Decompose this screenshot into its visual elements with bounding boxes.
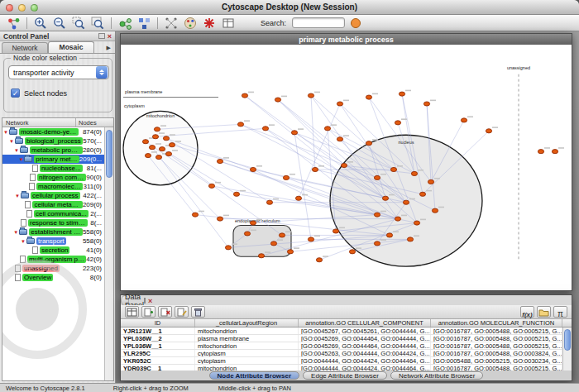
expander-icon[interactable]: ▼	[20, 239, 26, 244]
graph-node[interactable]	[414, 221, 419, 225]
tree-item-secretion[interactable]: secretion41(0)	[2, 246, 104, 255]
table-cell[interactable]: cytoplasm	[195, 350, 299, 356]
graph-edge[interactable]	[278, 100, 344, 165]
zoom-out-icon[interactable]	[51, 16, 68, 31]
expander-icon[interactable]: ▼	[14, 194, 21, 198]
pi-icon[interactable]: π	[553, 306, 567, 318]
graph-node[interactable]	[312, 167, 318, 171]
tab-network[interactable]: Network	[2, 42, 48, 53]
tree-scrollbar-thumb[interactable]	[106, 130, 112, 178]
select-attributes-icon[interactable]	[125, 306, 139, 318]
table-cell[interactable]: [GO:0016787, GO:0005488, GO:0005215, G..…	[431, 327, 562, 334]
delete-table-icon[interactable]	[191, 306, 205, 318]
tree-item-cellular-process[interactable]: ▼cellular process422(...	[2, 191, 104, 200]
graph-node[interactable]	[333, 229, 338, 233]
graph-node[interactable]	[291, 131, 297, 135]
graph-node[interactable]	[163, 136, 169, 141]
expander-icon[interactable]: ▼	[12, 230, 19, 235]
graph-node[interactable]	[316, 258, 322, 262]
table-cell[interactable]: [GO:0044444, GO:0044424, GO:0044464, G..…	[299, 357, 431, 364]
tree-item-nucleobase[interactable]: nucleobase...81(...	[2, 164, 104, 173]
graph-node[interactable]	[250, 167, 256, 171]
graph-node[interactable]	[324, 127, 330, 131]
table-cell[interactable]: [GO:0016787, GO:0005488, GO:0003824, G..…	[431, 350, 562, 356]
tab-mosaic[interactable]: Mosaic	[48, 41, 94, 53]
graph-node[interactable]	[390, 167, 396, 171]
table-column-annotation-go-cellular-component[interactable]: annotation.GO CELLULAR_COMPONENT	[299, 319, 431, 327]
table-cell[interactable]: [GO:0016787, GO:0005488, GO:0005215, G..…	[431, 342, 562, 349]
tree-item-mosaic-demo-yeast[interactable]: ▼mosaic-demo-yeast874(0)	[2, 127, 104, 136]
tree-item-response-to-stimul[interactable]: response to stimul...8(...	[2, 218, 104, 227]
graph-node[interactable]	[233, 192, 239, 196]
graph-node[interactable]	[287, 250, 293, 254]
tree-item-metabolic-process[interactable]: ▼metabolic process280(0)	[2, 146, 104, 155]
graph-node[interactable]	[349, 250, 355, 254]
import-attributes-icon[interactable]	[537, 306, 551, 318]
table-scrollbar-thumb[interactable]	[564, 329, 571, 351]
close-window-button[interactable]	[6, 4, 13, 12]
table-scrollbar[interactable]	[562, 327, 572, 372]
network-overview-icon[interactable]	[5, 16, 22, 31]
graph-node[interactable]	[428, 179, 433, 184]
graph-node[interactable]	[407, 237, 413, 241]
graph-node[interactable]	[217, 159, 223, 163]
tree-item-overview[interactable]: Overview8(0)	[2, 273, 104, 282]
table-row[interactable]: YKR052Ccytoplasm[GO:0044444, GO:0044424,…	[121, 357, 562, 365]
graph-node[interactable]	[208, 184, 214, 188]
graph-node[interactable]	[308, 237, 313, 241]
destroy-network-icon[interactable]	[201, 16, 218, 31]
network-view-title[interactable]: primary metabolic process	[121, 34, 572, 45]
attribute-table-icon[interactable]	[220, 16, 237, 31]
create-attribute-icon[interactable]	[141, 306, 156, 318]
network-graph[interactable]: plasma membranecytoplasmmitochondrionnuc…	[121, 45, 572, 290]
graph-node[interactable]	[244, 232, 250, 236]
graph-node[interactable]	[395, 121, 400, 125]
table-cell[interactable]: mitochondrion	[195, 327, 299, 334]
tab-node-attribute-browser[interactable]: Node Attribute Browser	[209, 371, 300, 380]
graph-node[interactable]	[386, 233, 392, 237]
graph-node[interactable]	[159, 147, 165, 151]
tab-overflow-icon[interactable]: ▶	[104, 45, 113, 53]
node-color-dropdown[interactable]: transporter activity	[8, 65, 109, 79]
table-cell[interactable]: YKR052C	[121, 357, 195, 364]
graph-node[interactable]	[258, 254, 264, 258]
graph-edge[interactable]	[311, 96, 315, 170]
graph-node[interactable]	[538, 150, 543, 154]
compartment-endoplasmic-reticulum[interactable]	[233, 226, 291, 257]
zoom-in-icon[interactable]	[32, 16, 49, 31]
table-row[interactable]: YJR121W__1mitochondrion[GO:0045267, GO:0…	[121, 327, 562, 335]
graph-node[interactable]	[374, 213, 380, 217]
table-row[interactable]: YPL036W__1mitochondrion[GO:0045269, GO:0…	[121, 342, 562, 350]
graph-node[interactable]	[154, 127, 160, 131]
graph-node[interactable]	[275, 98, 280, 102]
graph-node[interactable]	[366, 95, 371, 99]
zoom-window-button[interactable]	[31, 4, 38, 12]
zoom-selected-icon[interactable]	[70, 16, 87, 31]
new-network-from-selection-icon[interactable]	[136, 16, 152, 31]
graph-node[interactable]	[419, 192, 425, 196]
tree-item-establishment-of-l[interactable]: ▼establishment of l...558(0)	[2, 227, 104, 237]
table-cell[interactable]: mitochondrion	[195, 342, 299, 349]
close-panel-icon[interactable]: ×	[148, 298, 152, 304]
graph-node[interactable]	[237, 122, 243, 127]
expander-icon[interactable]: ▼	[13, 148, 20, 153]
graph-node[interactable]	[295, 196, 301, 200]
graph-node[interactable]	[149, 146, 155, 150]
table-column-cellularlayoutregion[interactable]: _cellularLayoutRegion	[195, 319, 299, 327]
tree-item-primary-metab[interactable]: ▼primary metab...209(0...	[2, 155, 104, 164]
graph-node[interactable]	[242, 93, 247, 98]
tree-item-macromolecule[interactable]: macromolecule...311(0)	[2, 182, 104, 191]
graph-node[interactable]	[461, 118, 467, 122]
table-column-id[interactable]: ID	[121, 319, 195, 327]
graph-node[interactable]	[486, 129, 491, 133]
layout-icon[interactable]	[163, 16, 179, 31]
graph-node[interactable]	[266, 200, 272, 204]
tree-item-cell-communica[interactable]: cell communica...2(...	[2, 209, 104, 218]
function-builder-icon[interactable]: f(x)	[520, 306, 534, 318]
graph-node[interactable]	[217, 217, 223, 221]
table-column-annotation-go-molecular-function[interactable]: annotation.GO MOLECULAR_FUNCTION	[431, 319, 562, 327]
graph-node[interactable]	[169, 143, 175, 147]
graph-node[interactable]	[156, 155, 161, 160]
float-panel-icon[interactable]	[98, 33, 105, 39]
graph-node[interactable]	[283, 175, 289, 179]
